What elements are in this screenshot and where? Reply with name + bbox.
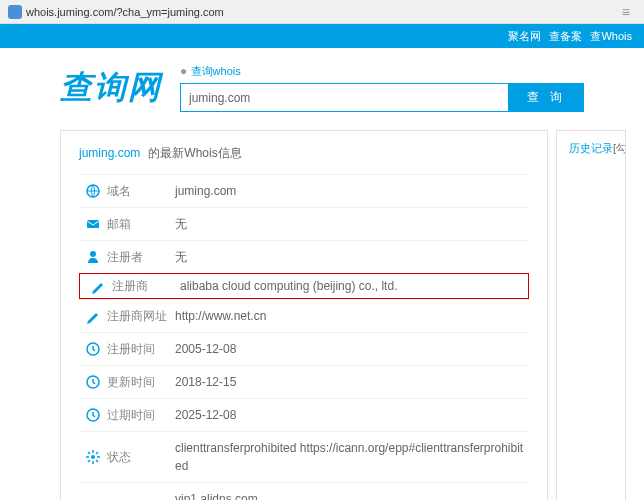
top-nav: 聚名网 查备案 查Whois [0,24,644,48]
info-value: vip1.alidns.comvip2.alidns.com [175,490,529,500]
pen-icon [79,308,107,324]
panel-title-suffix: 的最新Whois信息 [148,145,241,162]
history-title: 历史记录 [569,142,613,154]
site-favicon [8,5,22,19]
info-value: alibaba cloud computing (beijing) co., l… [180,277,524,295]
history-panel: 历史记录[勾选可对比 [556,130,626,500]
clock-icon [79,374,107,390]
info-row-DNS: NDNSvip1.alidns.comvip2.alidns.com [79,482,529,500]
nav-link-juming[interactable]: 聚名网 [508,29,541,44]
info-value: 2005-12-08 [175,340,529,358]
info-label: 邮箱 [107,216,175,233]
info-row-注册时间: 注册时间2005-12-08 [79,332,529,365]
whois-panel: juming.com 的最新Whois信息 域名juming.com邮箱无注册者… [60,130,548,500]
info-value: clienttransferprohibited https://icann.o… [175,439,529,475]
info-row-过期时间: 过期时间2025-12-08 [79,398,529,431]
browser-url-bar: whois.juming.com/?cha_ym=juming.com ≡ [0,0,644,24]
info-label: 注册商网址 [107,308,175,325]
info-label: 注册者 [107,249,175,266]
result-domain[interactable]: juming.com [79,146,140,160]
info-label: 状态 [107,449,175,466]
info-label: 注册商 [112,278,180,295]
clock-icon [79,341,107,357]
info-row-注册商网址: 注册商网址http://www.net.cn [79,299,529,332]
domain-search-input[interactable] [180,83,509,112]
info-row-状态: 状态clienttransferprohibited https://icann… [79,431,529,482]
info-label: 过期时间 [107,407,175,424]
whois-tab-link[interactable]: 查询whois [191,64,241,79]
info-value: juming.com [175,182,529,200]
info-label: 注册时间 [107,341,175,358]
info-row-注册商: 注册商alibaba cloud computing (beijing) co.… [79,273,529,299]
svg-rect-1 [87,220,99,228]
info-value: 无 [175,248,529,266]
header: 查询网 ● 查询whois 查 询 [0,48,644,130]
svg-point-2 [90,251,96,257]
gear-icon [79,449,107,465]
info-row-注册者: 注册者无 [79,240,529,273]
mail-icon [79,216,107,232]
info-label: 更新时间 [107,374,175,391]
info-value: http://www.net.cn [175,307,529,325]
info-value: 2018-12-15 [175,373,529,391]
svg-point-6 [91,455,95,459]
history-hint: [勾选可对比 [613,142,626,154]
search-button[interactable]: 查 询 [509,83,584,112]
nav-link-beian[interactable]: 查备案 [549,29,582,44]
clock-icon [79,407,107,423]
nav-link-whois[interactable]: 查Whois [590,29,632,44]
info-value: 无 [175,215,529,233]
info-row-邮箱: 邮箱无 [79,207,529,240]
site-logo[interactable]: 查询网 [60,66,162,110]
globe-icon [79,183,107,199]
info-row-域名: 域名juming.com [79,174,529,207]
info-row-更新时间: 更新时间2018-12-15 [79,365,529,398]
url-text[interactable]: whois.juming.com/?cha_ym=juming.com [26,6,616,18]
pen-icon [84,278,112,294]
user-icon [79,249,107,265]
info-value: 2025-12-08 [175,406,529,424]
reader-mode-icon[interactable]: ≡ [616,4,636,20]
info-label: 域名 [107,183,175,200]
